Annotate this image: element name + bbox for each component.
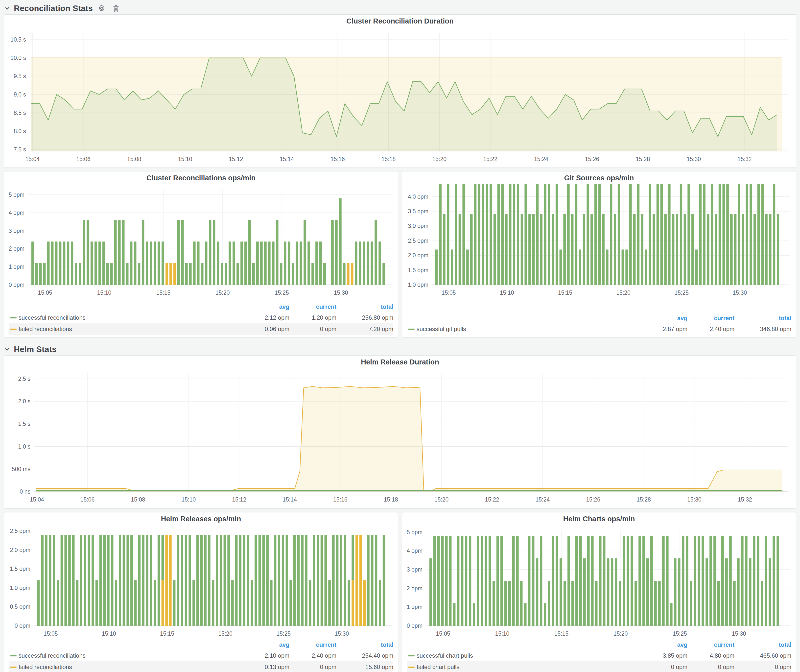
series-name[interactable]: successful chart pulls	[417, 652, 643, 659]
svg-text:2.0 opm: 2.0 opm	[408, 252, 429, 259]
git-sources-opm-chart[interactable]: 4.0 opm3.5 opm3.0 opm2.5 opm2.0 opm1.5 o…	[402, 184, 796, 298]
series-swatch-green	[408, 329, 414, 330]
series-avg: 0.13 opm	[245, 664, 290, 670]
svg-text:9.0 s: 9.0 s	[14, 91, 26, 98]
svg-text:15:10: 15:10	[97, 290, 111, 296]
svg-text:15:08: 15:08	[131, 496, 145, 503]
series-avg: 0 opm	[643, 664, 688, 670]
svg-text:1 opm: 1 opm	[9, 264, 24, 270]
panel-title[interactable]: Git Sources ops/min	[402, 171, 796, 184]
series-total: 465.60 opm	[734, 652, 791, 659]
series-total: 15.60 opm	[336, 664, 393, 670]
svg-text:15:20: 15:20	[613, 630, 628, 637]
svg-text:3.0 opm: 3.0 opm	[408, 223, 429, 229]
svg-text:15:20: 15:20	[218, 630, 232, 637]
svg-text:8.0 s: 8.0 s	[14, 128, 26, 134]
svg-text:15:20: 15:20	[616, 290, 630, 296]
series-swatch-orange	[408, 667, 414, 668]
series-name[interactable]: failed chart pulls	[417, 664, 643, 670]
svg-text:15:15: 15:15	[558, 290, 573, 296]
legend-col-avg[interactable]: avg	[245, 303, 290, 310]
svg-text:15:30: 15:30	[732, 630, 746, 637]
panel-title[interactable]: Helm Releases ops/min	[4, 512, 398, 525]
section-title: Helm Stats	[14, 345, 57, 354]
cluster-reconciliations-opm-chart[interactable]: 5 opm4 opm3 opm2 opm1 opm0 opm15:0515:10…	[4, 184, 398, 298]
svg-text:2.0 opm: 2.0 opm	[10, 547, 30, 553]
svg-text:10.0 s: 10.0 s	[10, 55, 26, 61]
svg-text:10.5 s: 10.5 s	[10, 36, 26, 43]
svg-text:15:20: 15:20	[216, 290, 230, 296]
series-name[interactable]: successful reconciliations	[19, 314, 245, 321]
svg-text:500 ms: 500 ms	[12, 466, 30, 472]
svg-text:1.5 s: 1.5 s	[18, 421, 30, 427]
series-name[interactable]: successful reconciliations	[19, 652, 245, 659]
svg-text:1.0 opm: 1.0 opm	[10, 585, 30, 591]
svg-text:15:20: 15:20	[434, 496, 449, 503]
legend-col-avg[interactable]: avg	[643, 315, 688, 322]
legend-col-avg[interactable]: avg	[245, 641, 290, 648]
svg-text:1 opm: 1 opm	[407, 604, 422, 610]
series-current: 4.80 opm	[688, 652, 734, 659]
series-avg: 0.06 opm	[245, 326, 290, 333]
series-total: 7.20 opm	[336, 326, 393, 333]
svg-text:2 opm: 2 opm	[9, 245, 24, 252]
helm-releases-opm-chart[interactable]: 2.5 opm2.0 opm1.5 opm1.0 opm0.5 opm0 opm…	[4, 525, 398, 639]
svg-text:2.0 s: 2.0 s	[18, 398, 30, 405]
legend-header: avg current total	[407, 640, 791, 650]
legend-col-current[interactable]: current	[688, 315, 734, 322]
grafana-dashboard: Reconciliation Stats Cluster Reconciliat…	[0, 0, 800, 672]
svg-text:2.5 s: 2.5 s	[18, 376, 30, 382]
svg-text:15:04: 15:04	[30, 496, 44, 503]
svg-text:15:08: 15:08	[127, 156, 141, 162]
svg-text:15:26: 15:26	[585, 156, 599, 162]
panel-title[interactable]: Helm Charts ops/min	[402, 512, 796, 525]
legend-header: avg current total	[407, 313, 791, 323]
svg-text:15:10: 15:10	[182, 496, 196, 503]
helm-charts-opm-chart[interactable]: 5 opm4 opm3 opm2 opm1 opm0 opm15:0515:10…	[402, 525, 796, 639]
svg-text:15:24: 15:24	[534, 156, 549, 162]
legend: avg current total successful reconciliat…	[4, 302, 398, 337]
legend-col-avg[interactable]: avg	[643, 641, 688, 648]
svg-text:15:10: 15:10	[500, 290, 514, 296]
section-header-reconciliation-stats[interactable]: Reconciliation Stats	[4, 2, 796, 14]
panel-title[interactable]: Cluster Reconciliations ops/min	[4, 171, 398, 184]
series-name[interactable]: failed reconciliations	[19, 326, 245, 333]
legend: avg current total successful chart pulls…	[402, 640, 796, 672]
series-total: 346.80 opm	[734, 326, 791, 333]
helm-release-duration-chart[interactable]: 2.5 s2.0 s1.5 s1.0 s500 ms0 ns15:0415:06…	[4, 368, 796, 507]
svg-text:15:25: 15:25	[673, 630, 687, 637]
section-header-helm-stats[interactable]: Helm Stats	[4, 343, 796, 355]
legend-col-total[interactable]: total	[734, 641, 791, 648]
svg-text:15:16: 15:16	[333, 496, 347, 503]
panel-title[interactable]: Helm Release Duration	[4, 355, 796, 368]
svg-text:4 opm: 4 opm	[407, 547, 422, 554]
legend-col-current[interactable]: current	[290, 303, 336, 310]
svg-text:7.5 s: 7.5 s	[14, 146, 26, 153]
legend-col-current[interactable]: current	[290, 641, 336, 648]
svg-text:15:14: 15:14	[283, 496, 297, 503]
legend-header: avg current total	[9, 640, 393, 650]
svg-text:2.5 opm: 2.5 opm	[408, 238, 429, 244]
series-name[interactable]: failed reconciliations	[19, 664, 245, 670]
svg-text:1.5 opm: 1.5 opm	[10, 566, 30, 572]
legend-col-total[interactable]: total	[336, 641, 393, 648]
svg-text:1.0 s: 1.0 s	[18, 443, 30, 450]
legend-col-total[interactable]: total	[734, 315, 791, 322]
svg-text:15:30: 15:30	[733, 290, 747, 296]
svg-text:8.5 s: 8.5 s	[14, 110, 26, 116]
series-avg: 2.10 opm	[245, 652, 290, 659]
legend-col-current[interactable]: current	[688, 641, 734, 648]
svg-text:4 opm: 4 opm	[9, 210, 24, 216]
legend-col-total[interactable]: total	[336, 303, 393, 310]
svg-text:0.5 opm: 0.5 opm	[10, 603, 30, 610]
svg-text:15:15: 15:15	[554, 630, 569, 637]
legend-row: successful chart pulls 3.85 opm 4.80 opm…	[407, 650, 791, 661]
gear-icon[interactable]	[96, 3, 107, 13]
svg-text:15:18: 15:18	[381, 156, 396, 162]
svg-text:15:30: 15:30	[335, 630, 349, 637]
trash-icon[interactable]	[110, 3, 122, 13]
cluster-reconciliation-duration-chart[interactable]: 10.5 s10.0 s9.5 s9.0 s8.5 s8.0 s7.5 s15:…	[4, 27, 796, 166]
series-total: 254.40 opm	[336, 652, 393, 659]
series-name[interactable]: successful git pulls	[417, 326, 643, 333]
panel-title[interactable]: Cluster Reconciliation Duration	[4, 14, 796, 27]
